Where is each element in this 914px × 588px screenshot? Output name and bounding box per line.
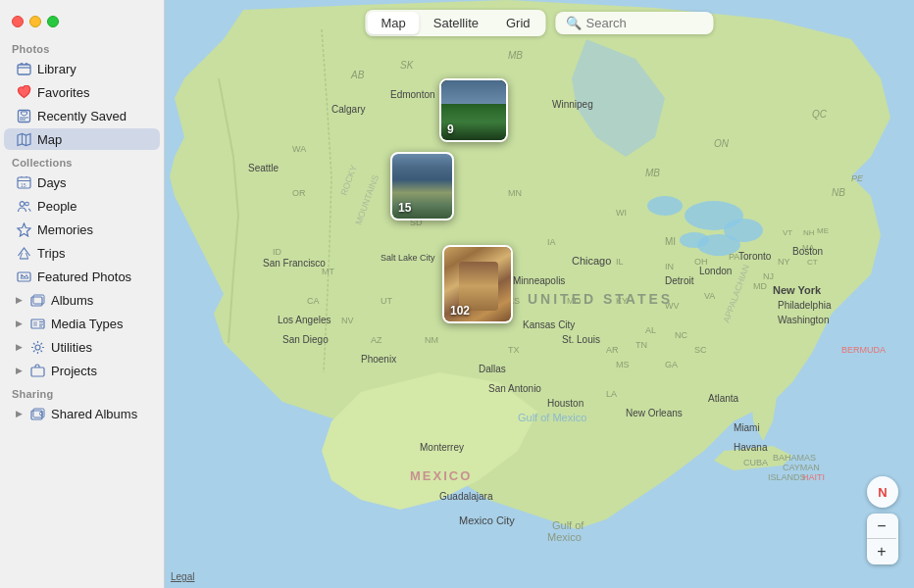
svg-text:Winnipeg: Winnipeg (552, 99, 593, 110)
compass-label: N (878, 485, 887, 500)
svg-text:CUBA: CUBA (743, 458, 768, 467)
sidebar-item-people[interactable]: People (4, 195, 160, 217)
search-bar[interactable]: 🔍 (556, 12, 714, 34)
svg-text:Miami: Miami (734, 422, 760, 433)
traffic-lights (0, 8, 164, 37)
sidebar-item-days[interactable]: 15 Days (4, 172, 160, 193)
map-controls: N − + (867, 476, 898, 564)
sharing-section-label: Sharing (0, 382, 164, 402)
search-input[interactable] (586, 16, 704, 30)
featured-photos-label: Featured Photos (37, 270, 131, 284)
svg-text:TX: TX (508, 345, 520, 355)
photo-pin-northwest[interactable]: 9 (439, 78, 508, 142)
photo-pin-sf[interactable]: 102 (442, 245, 513, 323)
minimize-button[interactable] (29, 16, 41, 27)
sidebar-item-trips[interactable]: Trips (4, 242, 160, 264)
svg-text:MD: MD (753, 281, 767, 291)
svg-text:Gulf of: Gulf of (552, 519, 584, 531)
projects-label: Projects (51, 364, 97, 378)
svg-text:CT: CT (807, 258, 818, 267)
svg-text:New Orleans: New Orleans (626, 408, 683, 418)
sidebar-item-library[interactable]: Library (4, 58, 160, 79)
library-icon (16, 61, 31, 76)
svg-text:Los Angeles: Los Angeles (278, 315, 331, 325)
albums-label: Albums (51, 293, 93, 308)
days-label: Days (37, 175, 67, 190)
svg-text:Mexico: Mexico (547, 531, 582, 543)
svg-marker-14 (18, 223, 30, 236)
svg-text:MS: MS (616, 360, 630, 369)
media-types-expand-icon: ▶ (16, 318, 23, 328)
svg-text:VA: VA (704, 291, 715, 301)
svg-text:PE: PE (851, 173, 864, 183)
svg-text:NC: NC (675, 330, 687, 340)
svg-text:LA: LA (606, 389, 617, 399)
svg-text:Philadelphia: Philadelphia (778, 300, 832, 311)
media-types-icon (29, 316, 45, 331)
svg-text:St. Louis: St. Louis (562, 334, 600, 345)
svg-text:AB: AB (350, 70, 365, 80)
svg-text:NM: NM (425, 335, 438, 345)
svg-text:Boston: Boston (792, 246, 823, 257)
photo-pin-coast[interactable]: 15 (390, 152, 454, 220)
sidebar-item-shared-albums[interactable]: ▶ Shared Albums (4, 403, 160, 424)
svg-text:Edmonton: Edmonton (390, 89, 435, 100)
svg-text:SK: SK (400, 60, 415, 71)
sidebar-item-recently-saved[interactable]: Recently Saved (4, 105, 160, 126)
sidebar-item-albums[interactable]: ▶ Albums (4, 289, 160, 311)
days-icon: 15 (16, 174, 31, 190)
sidebar-item-memories[interactable]: Memories (4, 219, 160, 240)
svg-text:NV: NV (341, 316, 354, 325)
svg-text:Kansas City: Kansas City (523, 319, 575, 330)
people-icon (16, 198, 31, 214)
sidebar-item-map[interactable]: Map (4, 128, 160, 150)
zoom-in-button[interactable]: + (867, 539, 896, 564)
satellite-view-button[interactable]: Satellite (420, 12, 492, 34)
shared-albums-expand-icon: ▶ (16, 409, 23, 418)
svg-text:London: London (699, 266, 732, 276)
svg-text:Chicago: Chicago (572, 255, 611, 267)
svg-text:Gulf of Mexico: Gulf of Mexico (518, 412, 586, 423)
svg-text:NJ: NJ (763, 271, 774, 281)
view-toggle: Map Satellite Grid (365, 10, 545, 36)
recently-saved-icon (16, 108, 31, 123)
sidebar: Photos Library Favorites (0, 0, 165, 588)
projects-icon (29, 363, 45, 378)
svg-text:GA: GA (665, 360, 678, 369)
memories-label: Memories (37, 222, 93, 237)
grid-view-button[interactable]: Grid (492, 12, 544, 34)
sidebar-item-favorites[interactable]: Favorites (4, 81, 160, 103)
svg-text:Atlanta: Atlanta (708, 393, 739, 404)
svg-text:AZ: AZ (371, 335, 382, 345)
svg-text:Mexico City: Mexico City (459, 514, 515, 526)
albums-expand-icon: ▶ (16, 295, 23, 305)
trips-icon (16, 245, 31, 261)
svg-text:Washington: Washington (778, 315, 829, 325)
sidebar-item-featured-photos[interactable]: Featured Photos (4, 266, 160, 287)
sidebar-item-projects[interactable]: ▶ Projects (4, 360, 160, 381)
svg-text:Toronto: Toronto (738, 251, 772, 262)
compass[interactable]: N (867, 476, 898, 508)
map-svg: MB ON QC NB PE AB SK MB WA OR ID MT ND S… (165, 0, 914, 588)
sidebar-item-utilities[interactable]: ▶ Utilities (4, 336, 160, 358)
svg-point-12 (20, 201, 25, 206)
map-container[interactable]: MB ON QC NB PE AB SK MB WA OR ID MT ND S… (165, 0, 914, 588)
svg-text:WI: WI (616, 208, 627, 218)
close-button[interactable] (12, 16, 24, 27)
map-label: Map (37, 132, 62, 147)
svg-text:Seattle: Seattle (248, 163, 279, 173)
map-icon (16, 131, 31, 147)
legal-link[interactable]: Legal (171, 571, 194, 582)
svg-text:BERMUDA: BERMUDA (841, 345, 886, 355)
svg-text:ID: ID (273, 247, 282, 257)
map-view-button[interactable]: Map (367, 12, 419, 34)
svg-text:MEXICO: MEXICO (410, 468, 472, 483)
svg-text:SC: SC (694, 345, 707, 355)
svg-text:Dallas: Dallas (479, 364, 506, 374)
maximize-button[interactable] (47, 16, 59, 27)
favorites-label: Favorites (37, 85, 89, 100)
sidebar-item-media-types[interactable]: ▶ Media Types (4, 313, 160, 334)
media-types-label: Media Types (51, 317, 123, 331)
svg-point-16 (21, 274, 23, 276)
zoom-out-button[interactable]: − (867, 514, 896, 539)
